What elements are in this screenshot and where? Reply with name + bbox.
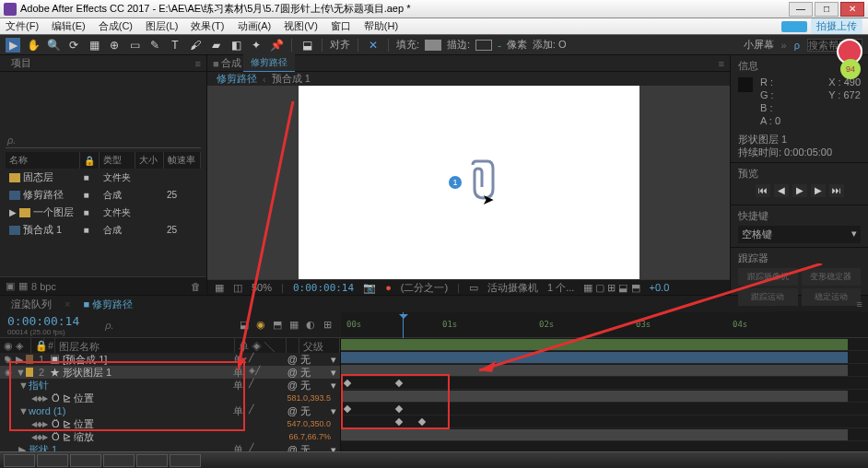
- draft3d-icon[interactable]: ◉: [254, 319, 267, 332]
- project-row[interactable]: 预合成 1■合成25: [6, 221, 201, 239]
- puppet-tool[interactable]: 📌: [269, 38, 284, 53]
- camera-dropdown[interactable]: 活动摄像机: [487, 281, 538, 295]
- transparency-icon[interactable]: ◫: [233, 282, 242, 294]
- timeline-tab[interactable]: ■ 修剪路径: [77, 296, 138, 313]
- playhead[interactable]: [399, 312, 408, 338]
- layer-row[interactable]: ◉▼2★ 形状图层 1单◈╱@无▾: [0, 366, 340, 379]
- shy-icon[interactable]: ⬒: [271, 319, 284, 332]
- minimize-button[interactable]: —: [789, 2, 813, 17]
- col-fps[interactable]: 帧速率: [163, 152, 200, 169]
- layer-sub-row[interactable]: ▼word (1)单 ╱@无▾: [0, 404, 340, 417]
- taskbar-button[interactable]: [70, 454, 101, 467]
- menu-comp[interactable]: 合成(C): [99, 19, 133, 33]
- zoom-value[interactable]: 50%: [252, 282, 272, 293]
- layer-row[interactable]: ◉▶1▣ [预合成 1]单 ╱@无▾: [0, 353, 340, 366]
- project-row[interactable]: 固态层■文件夹: [6, 169, 201, 186]
- roi-icon[interactable]: ▭: [469, 282, 478, 294]
- motion-blur-icon[interactable]: ◐: [304, 319, 317, 332]
- col-name[interactable]: 名称: [6, 152, 80, 169]
- menu-anim[interactable]: 动画(A): [238, 19, 272, 33]
- panel-menu-icon[interactable]: ≡: [857, 298, 862, 310]
- taskbar-button[interactable]: [103, 454, 135, 467]
- timeline-search[interactable]: ρ.: [105, 320, 113, 331]
- taskbar-button[interactable]: [4, 454, 35, 467]
- taskbar-button[interactable]: [37, 454, 68, 467]
- comp-tab-active[interactable]: 修剪路径: [243, 54, 295, 72]
- breadcrumb-item[interactable]: 修剪路径: [217, 72, 257, 86]
- paperclip-layer[interactable]: 1 ➤: [462, 159, 499, 200]
- anchor-tool[interactable]: ⊕: [107, 38, 122, 53]
- layer-sub-row[interactable]: ▼指针单 ╱@无▾: [0, 379, 340, 392]
- stroke-swatch[interactable]: [475, 40, 492, 51]
- shortcut-dropdown[interactable]: 空格键▾: [738, 226, 861, 243]
- timeline-timecode[interactable]: 0:00:00:14: [7, 314, 79, 328]
- menu-window[interactable]: 窗口: [331, 19, 351, 33]
- breadcrumb-item[interactable]: 预合成 1: [272, 72, 311, 86]
- grid-icon[interactable]: ▦: [215, 282, 224, 294]
- render-queue-tab[interactable]: 渲染队列: [6, 296, 57, 313]
- cloud-upload-button[interactable]: [781, 21, 807, 32]
- upload-button[interactable]: 拍摄上传: [811, 18, 862, 34]
- prev-frame-button[interactable]: ◀: [774, 184, 789, 197]
- next-frame-button[interactable]: ▶: [811, 184, 826, 197]
- graph-editor-icon[interactable]: ⊞: [321, 319, 334, 332]
- brush-tool[interactable]: 🖌: [188, 38, 203, 53]
- menu-file[interactable]: 文件(F): [6, 19, 39, 33]
- panel-menu-icon[interactable]: ≡: [195, 58, 201, 69]
- warp-stabilizer-button[interactable]: 变形稳定器: [802, 268, 862, 286]
- menu-help[interactable]: 帮助(H): [364, 19, 398, 33]
- pen-tool[interactable]: ✎: [147, 38, 162, 53]
- timecode[interactable]: 0:00:00:14: [293, 282, 354, 294]
- panel-menu-icon[interactable]: ≡: [719, 58, 724, 69]
- local-axis-icon[interactable]: ⬓: [299, 38, 314, 53]
- camera-tool[interactable]: ▦: [87, 38, 101, 53]
- exposure[interactable]: +0.0: [650, 282, 670, 293]
- play-button[interactable]: ▶: [792, 184, 807, 197]
- time-ruler[interactable]: 00s 01s 02s 03s 04s: [341, 312, 868, 337]
- view-opts-icon[interactable]: ▦ ▢ ⊞ ⬓ ⬒: [583, 282, 639, 294]
- snapshot-icon[interactable]: 📷: [363, 282, 376, 294]
- frame-blend-icon[interactable]: ▦: [287, 319, 300, 332]
- taskbar-button[interactable]: [170, 454, 201, 467]
- menu-edit[interactable]: 编辑(E): [52, 19, 86, 33]
- zoom-tool[interactable]: 🔍: [46, 38, 61, 53]
- new-bin-icon[interactable]: ▣: [6, 280, 15, 292]
- selection-tool[interactable]: ▶: [6, 38, 20, 53]
- rotate-tool[interactable]: ⟳: [66, 38, 81, 53]
- maximize-button[interactable]: □: [815, 2, 839, 17]
- project-row[interactable]: ▶ 一个图层■文件夹: [6, 204, 201, 221]
- fill-swatch[interactable]: [425, 40, 441, 51]
- snap-opt-icon[interactable]: ✕: [366, 38, 381, 53]
- track-camera-button[interactable]: 跟踪摄像机: [738, 268, 798, 286]
- menu-layer[interactable]: 图层(L): [146, 19, 178, 33]
- project-row[interactable]: 修剪路径■合成25: [6, 186, 201, 204]
- stroke-width[interactable]: -: [498, 40, 501, 51]
- first-frame-button[interactable]: ⏮: [756, 184, 770, 197]
- view-count[interactable]: 1 个...: [547, 281, 574, 295]
- hand-tool[interactable]: ✋: [26, 38, 41, 53]
- eraser-tool[interactable]: ◧: [229, 38, 243, 53]
- add-label[interactable]: 添加: O: [533, 38, 567, 52]
- menu-view[interactable]: 视图(V): [284, 19, 318, 33]
- new-comp-icon[interactable]: ▦: [18, 280, 28, 292]
- composition-viewer[interactable]: 1 ➤: [299, 86, 639, 279]
- menu-effect[interactable]: 效果(T): [191, 19, 224, 33]
- comp-mini-flowchart-icon[interactable]: ⬓: [238, 319, 251, 332]
- roto-tool[interactable]: ✦: [249, 38, 264, 53]
- resolution-dropdown[interactable]: (二分之一): [401, 281, 448, 295]
- last-frame-button[interactable]: ⏭: [829, 184, 844, 197]
- project-search[interactable]: ρ.: [6, 133, 201, 148]
- property-row[interactable]: ◀◆▶Ö ⊵ 位置547.0,350.0: [0, 417, 340, 430]
- text-tool[interactable]: T: [168, 38, 182, 53]
- taskbar-button[interactable]: [136, 454, 168, 467]
- close-button[interactable]: ✕: [840, 2, 864, 17]
- snap-label[interactable]: 对齐: [330, 38, 350, 52]
- project-tab[interactable]: 项目: [6, 54, 37, 72]
- show-channel-icon[interactable]: ●: [385, 282, 392, 293]
- rect-tool[interactable]: ▭: [127, 38, 142, 53]
- property-row[interactable]: ◀◆▶Ö ⊵ 位置581.0,393.5: [0, 392, 340, 404]
- trash-icon[interactable]: 🗑: [191, 281, 201, 292]
- workspace-dropdown[interactable]: 小屏幕: [744, 38, 774, 52]
- stamp-tool[interactable]: ▰: [208, 38, 223, 53]
- float-widget[interactable]: 94: [837, 39, 864, 85]
